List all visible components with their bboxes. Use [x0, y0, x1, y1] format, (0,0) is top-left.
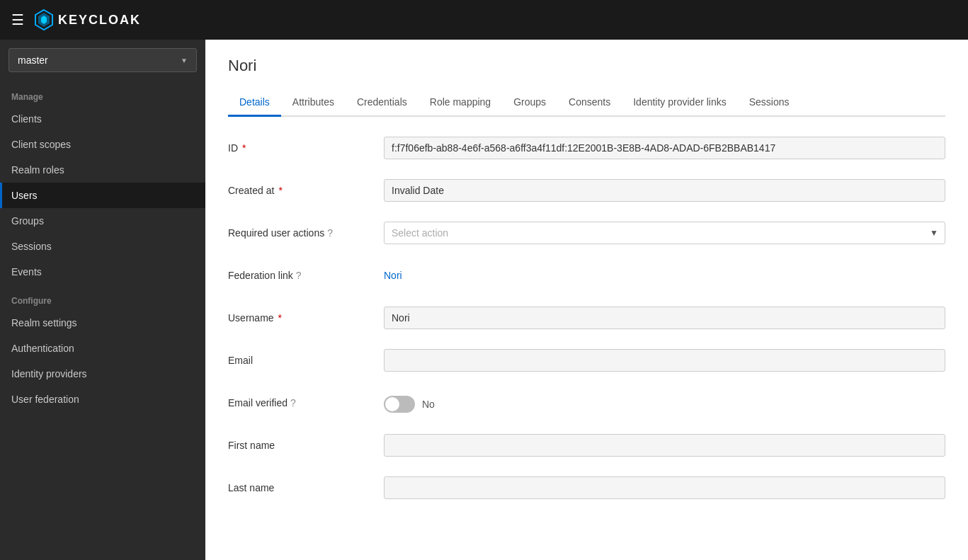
main-content: Nori Details Attributes Credentials Role…: [205, 40, 968, 560]
username-label: Username *: [228, 307, 384, 324]
last-name-field-wrap: [384, 476, 945, 499]
email-verified-toggle[interactable]: [384, 396, 415, 413]
federation-link-help-icon[interactable]: ?: [296, 270, 302, 281]
hamburger-button[interactable]: ☰: [11, 13, 24, 27]
required-user-actions-row: Required user actions ? Select action ▼: [228, 222, 945, 250]
email-row: Email: [228, 349, 945, 377]
id-field-wrap: [384, 137, 945, 159]
federation-link-row: Federation link ? Nori: [228, 264, 945, 292]
created-at-row: Created at *: [228, 179, 945, 207]
sidebar-item-label: Groups: [11, 215, 44, 227]
sidebar-item-label: Authentication: [11, 343, 74, 354]
configure-section-label: Configure: [0, 285, 205, 310]
logo-text: KEYCLOAK: [58, 13, 141, 28]
sidebar-item-events[interactable]: Events: [0, 259, 205, 285]
sidebar-item-label: Sessions: [11, 241, 52, 252]
sidebar-item-clients[interactable]: Clients: [0, 106, 205, 132]
required-user-actions-select-wrap: Select action ▼: [384, 222, 945, 244]
logo-icon: [33, 8, 55, 31]
tab-attributes[interactable]: Attributes: [281, 89, 346, 117]
tabs: Details Attributes Credentials Role mapp…: [228, 89, 945, 117]
sidebar-item-user-federation[interactable]: User federation: [0, 387, 205, 412]
logo: KEYCLOAK: [33, 8, 141, 31]
sidebar-item-label: Events: [11, 266, 42, 278]
required-user-actions-help-icon[interactable]: ?: [327, 227, 333, 239]
email-label: Email: [228, 349, 384, 366]
sidebar-item-label: Realm settings: [11, 317, 77, 328]
email-verified-row: Email verified ? No: [228, 392, 945, 420]
required-user-actions-wrap: Select action ▼: [384, 222, 945, 244]
federation-link-label: Federation link ?: [228, 264, 384, 281]
id-label: ID *: [228, 137, 384, 154]
required-user-actions-label: Required user actions ?: [228, 222, 384, 239]
created-at-field[interactable]: [384, 179, 945, 202]
sidebar-item-label: User federation: [11, 394, 79, 405]
realm-selector[interactable]: master ▼: [8, 48, 197, 72]
sidebar-item-users[interactable]: Users: [0, 183, 205, 208]
email-verified-label: Email verified ?: [228, 392, 384, 408]
created-at-label: Created at *: [228, 179, 384, 196]
sidebar-item-label: Client scopes: [11, 139, 71, 150]
email-verified-control-wrap: No: [384, 392, 945, 413]
id-field[interactable]: [384, 137, 945, 159]
last-name-field[interactable]: [384, 476, 945, 499]
sidebar-item-label: Identity providers: [11, 368, 87, 379]
sidebar-item-identity-providers[interactable]: Identity providers: [0, 361, 205, 387]
realm-name: master: [18, 55, 48, 66]
sidebar-item-groups[interactable]: Groups: [0, 208, 205, 234]
tab-details[interactable]: Details: [228, 89, 281, 117]
tab-consents[interactable]: Consents: [557, 89, 622, 117]
sidebar: master ▼ Manage Clients Client scopes Re…: [0, 40, 205, 560]
sidebar-item-authentication[interactable]: Authentication: [0, 336, 205, 361]
email-field[interactable]: [384, 349, 945, 372]
id-row: ID *: [228, 137, 945, 165]
sidebar-item-sessions[interactable]: Sessions: [0, 234, 205, 259]
tab-identity-provider-links[interactable]: Identity provider links: [622, 89, 738, 117]
tab-credentials[interactable]: Credentials: [346, 89, 418, 117]
username-required-marker: *: [278, 312, 282, 324]
first-name-field-wrap: [384, 434, 945, 457]
first-name-field[interactable]: [384, 434, 945, 457]
last-name-row: Last name: [228, 476, 945, 505]
manage-section-label: Manage: [0, 81, 205, 106]
tab-sessions[interactable]: Sessions: [738, 89, 801, 117]
required-user-actions-select[interactable]: Select action: [384, 222, 945, 244]
sidebar-item-realm-settings[interactable]: Realm settings: [0, 310, 205, 336]
email-verified-state: No: [422, 399, 435, 410]
username-row: Username *: [228, 307, 945, 335]
tab-groups[interactable]: Groups: [502, 89, 557, 117]
sidebar-item-label: Realm roles: [11, 164, 64, 176]
realm-dropdown-arrow: ▼: [181, 57, 188, 64]
sidebar-item-label: Clients: [11, 113, 42, 125]
sidebar-item-label: Users: [11, 190, 38, 201]
tab-role-mapping[interactable]: Role mapping: [418, 89, 502, 117]
page-title: Nori: [228, 57, 945, 75]
id-required-marker: *: [242, 142, 246, 154]
username-field[interactable]: [384, 307, 945, 329]
email-verified-toggle-wrap: No: [384, 392, 945, 413]
email-verified-help-icon[interactable]: ?: [290, 397, 296, 408]
federation-link-anchor[interactable]: Nori: [384, 264, 402, 281]
created-at-required-marker: *: [278, 185, 282, 196]
topbar: ☰ KEYCLOAK: [0, 0, 968, 40]
first-name-label: First name: [228, 434, 384, 451]
first-name-row: First name: [228, 434, 945, 462]
last-name-label: Last name: [228, 476, 384, 493]
sidebar-item-client-scopes[interactable]: Client scopes: [0, 132, 205, 157]
username-field-wrap: [384, 307, 945, 329]
sidebar-item-realm-roles[interactable]: Realm roles: [0, 157, 205, 183]
federation-link-value-wrap: Nori: [384, 264, 945, 281]
email-field-wrap: [384, 349, 945, 372]
created-at-field-wrap: [384, 179, 945, 202]
